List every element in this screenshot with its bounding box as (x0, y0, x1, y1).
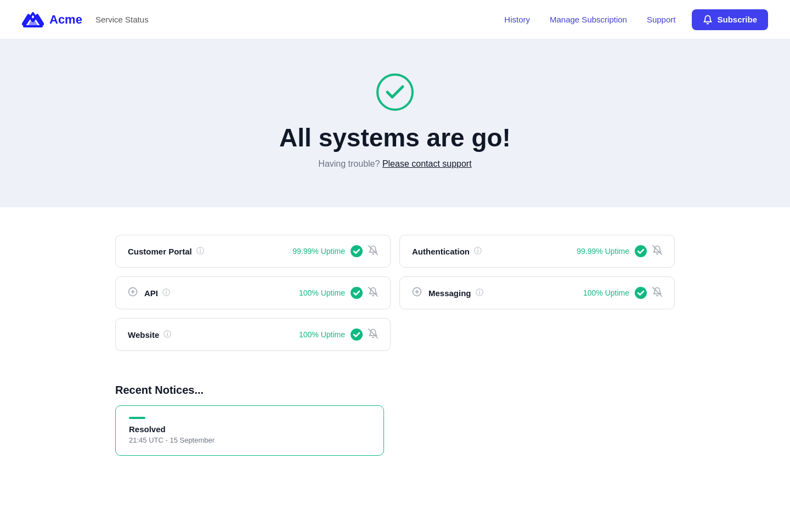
notice-time: 21:45 UTC - 15 September (129, 436, 370, 444)
status-check-messaging (635, 287, 647, 299)
uptime-messaging: 100% Uptime (583, 288, 629, 297)
logo-area[interactable]: Acme (22, 9, 82, 31)
hero-subtitle: Having trouble? Please contact support (318, 159, 471, 169)
bell-muted-icon-website[interactable] (368, 329, 378, 341)
service-right-authentication: 99.99% Uptime (577, 245, 662, 257)
notices-title: Recent Notices... (115, 384, 675, 397)
bell-icon (703, 15, 713, 25)
nav-support[interactable]: Support (639, 10, 684, 29)
uptime-api: 100% Uptime (299, 288, 345, 297)
main-nav: History Manage Subscription Support Subs… (496, 9, 768, 30)
svg-point-16 (635, 287, 647, 299)
svg-line-19 (369, 329, 378, 338)
expand-icon-api[interactable] (128, 287, 138, 299)
svg-point-6 (635, 245, 647, 257)
svg-line-17 (653, 287, 662, 297)
info-icon-messaging[interactable]: ⓘ (476, 288, 483, 298)
status-check-website (351, 329, 363, 341)
bell-muted-icon-api[interactable] (368, 287, 378, 299)
svg-line-7 (653, 246, 662, 255)
service-card-messaging: Messaging ⓘ 100% Uptime (399, 276, 675, 309)
services-grid: Customer Portal ⓘ 99.99% Uptime (115, 235, 675, 351)
expand-icon-messaging[interactable] (412, 287, 422, 299)
notices-section: Recent Notices... Resolved 21:45 UTC - 1… (0, 373, 790, 478)
service-name-api: API (144, 288, 158, 298)
status-check-api (351, 287, 363, 299)
service-name-authentication: Authentication (412, 247, 470, 256)
bell-muted-icon-messaging[interactable] (652, 287, 662, 299)
service-card-website: Website ⓘ 100% Uptime (115, 318, 391, 351)
service-card-api: API ⓘ 100% Uptime (115, 276, 391, 309)
services-section: Customer Portal ⓘ 99.99% Uptime (0, 207, 790, 373)
service-right-messaging: 100% Uptime (583, 287, 662, 299)
info-icon-customer-portal[interactable]: ⓘ (196, 246, 204, 256)
svg-line-12 (369, 287, 378, 297)
contact-support-link[interactable]: Please contact support (382, 159, 472, 168)
notice-status-bar (129, 417, 145, 419)
service-card-authentication: Authentication ⓘ 99.99% Uptime (399, 235, 675, 268)
svg-point-4 (351, 245, 363, 257)
svg-line-5 (369, 246, 378, 255)
svg-point-3 (377, 75, 413, 110)
info-icon-authentication[interactable]: ⓘ (474, 246, 482, 256)
acme-logo-icon (22, 9, 44, 31)
bell-muted-icon-customer-portal[interactable] (368, 245, 378, 257)
svg-point-18 (351, 329, 363, 341)
logo-text: Acme (49, 13, 82, 27)
all-systems-go-icon (375, 72, 415, 112)
service-card-customer-portal: Customer Portal ⓘ 99.99% Uptime (115, 235, 391, 268)
subscribe-button[interactable]: Subscribe (692, 9, 768, 30)
service-name-website: Website (128, 330, 159, 339)
service-status-label: Service Status (95, 15, 149, 24)
status-check-customer-portal (351, 245, 363, 257)
uptime-authentication: 99.99% Uptime (577, 247, 629, 256)
bell-muted-icon-authentication[interactable] (652, 245, 662, 257)
uptime-customer-portal: 99.99% Uptime (292, 247, 345, 256)
info-icon-website[interactable]: ⓘ (163, 330, 171, 339)
hero-section: All systems are go! Having trouble? Plea… (0, 39, 790, 207)
nav-manage-subscription[interactable]: Manage Subscription (542, 10, 635, 29)
service-right-api: 100% Uptime (299, 287, 378, 299)
status-check-authentication (635, 245, 647, 257)
service-name-customer-portal: Customer Portal (128, 247, 192, 256)
nav-history[interactable]: History (496, 10, 538, 29)
svg-point-11 (351, 287, 363, 299)
notice-status-label: Resolved (129, 425, 370, 434)
service-name-messaging: Messaging (428, 288, 471, 298)
hero-title: All systems are go! (279, 123, 511, 152)
service-right-customer-portal: 99.99% Uptime (292, 245, 378, 257)
service-right-website: 100% Uptime (299, 329, 378, 341)
uptime-website: 100% Uptime (299, 330, 345, 339)
notice-card: Resolved 21:45 UTC - 15 September (115, 405, 384, 456)
info-icon-api[interactable]: ⓘ (162, 288, 170, 298)
